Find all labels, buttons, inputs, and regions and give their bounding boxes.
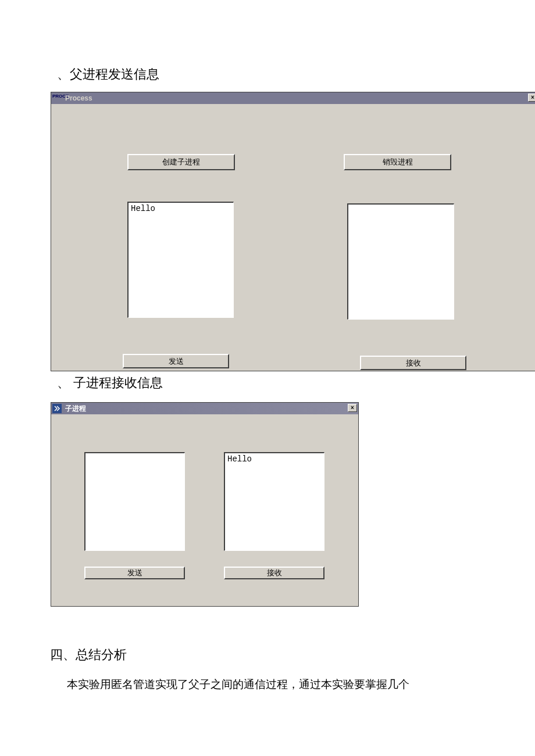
- parent-receive-textbox[interactable]: [347, 203, 454, 320]
- child-receive-textbox[interactable]: Hello: [224, 452, 324, 551]
- child-send-textbox[interactable]: [84, 452, 185, 551]
- section-heading-summary: 四、总结分析: [50, 646, 127, 664]
- caption-parent-send: 、父进程发送信息: [57, 66, 159, 83]
- close-icon[interactable]: ×: [528, 94, 535, 102]
- child-receive-button[interactable]: 接收: [224, 567, 324, 579]
- child-send-button[interactable]: 发送: [84, 567, 185, 579]
- destroy-process-button[interactable]: 销毁进程: [344, 154, 451, 170]
- parent-send-textbox[interactable]: Hello: [127, 202, 234, 318]
- mfc-icon: [52, 404, 62, 413]
- close-icon[interactable]: ×: [348, 404, 357, 412]
- parent-window-title: Process: [65, 94, 92, 102]
- parent-process-window: PROCE Process × 创建子进程 销毁进程 Hello 发送 接收: [51, 92, 535, 371]
- app-icon: PROCE: [52, 94, 62, 103]
- body-paragraph: 本实验用匿名管道实现了父子之间的通信过程，通过本实验要掌握几个: [67, 677, 409, 692]
- caption-child-receive: 、 子进程接收信息: [57, 374, 163, 392]
- parent-receive-button[interactable]: 接收: [360, 356, 466, 370]
- parent-send-button[interactable]: 发送: [123, 354, 229, 368]
- child-window-title: 子进程: [65, 404, 86, 414]
- child-process-window: 子进程 × Hello 发送 接收: [51, 402, 359, 607]
- child-titlebar: 子进程 ×: [51, 403, 358, 414]
- app-icon: [52, 404, 62, 413]
- create-child-process-button[interactable]: 创建子进程: [127, 154, 235, 170]
- parent-titlebar: PROCE Process ×: [51, 92, 535, 104]
